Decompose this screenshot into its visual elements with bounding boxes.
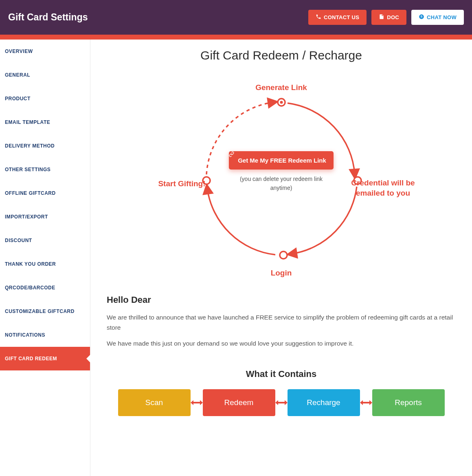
chat-now-button[interactable]: CHAT NOW [411, 10, 464, 25]
diagram-subtext: (you can delete your redeem link anytime… [228, 174, 334, 193]
sidebar-item-discount[interactable]: DISCOUNT [0, 229, 90, 252]
diagram-label-credential: Credential will be emailed to you [347, 178, 420, 198]
hello-heading: Hello Dear [107, 295, 456, 305]
main-content: Gift Card Redeem / Recharge [90, 40, 472, 476]
sidebar-item-thank-you-order[interactable]: THANK YOU ORDER [0, 252, 90, 276]
sidebar: OVERVIEWGENERALPRODUCTEMAIL TEMPLATEDELI… [0, 40, 90, 476]
feature-tile-reports: Reports [372, 389, 445, 416]
sidebar-item-offline-giftcard[interactable]: OFFLINE GIFTCARD [0, 181, 90, 205]
feature-tiles: ScanRedeemRechargeReports [107, 389, 456, 416]
sidebar-item-delivery-method[interactable]: DELIVERY METHOD [0, 134, 90, 158]
main-title: Gift Card Redeem / Recharge [107, 48, 456, 62]
sidebar-item-customizable-giftcard[interactable]: CUSTOMIZABLE GIFTCARD [0, 300, 90, 323]
sidebar-item-overview[interactable]: OVERVIEW [0, 40, 90, 63]
sidebar-item-general[interactable]: GENERAL [0, 63, 90, 87]
diagram-label-login: Login [271, 268, 292, 278]
diagram-label-start: Start Gifting! [149, 179, 215, 189]
sidebar-item-gift-card-redeem[interactable]: GIFT CARD REDEEM [0, 347, 90, 370]
document-icon [379, 14, 384, 21]
get-redeem-link-label: Get Me My FREE Redeem Link [238, 157, 326, 164]
double-arrow-icon [275, 400, 288, 405]
contact-us-label: CONTACT US [324, 14, 359, 20]
feature-tile-scan: Scan [118, 389, 191, 416]
feature-tile-recharge: Recharge [288, 389, 360, 416]
diagram-center: Get Me My FREE Redeem Link (you can dele… [228, 151, 334, 193]
accent-bar [0, 35, 472, 40]
sidebar-item-other-settings[interactable]: OTHER SETTINGS [0, 158, 90, 181]
phone-icon [316, 14, 321, 21]
sidebar-item-qrcode-barcode[interactable]: QRCODE/BARCODE [0, 276, 90, 300]
chat-now-label: CHAT NOW [427, 14, 457, 20]
skype-icon [419, 14, 424, 21]
get-redeem-link-button[interactable]: Get Me My FREE Redeem Link [229, 151, 334, 170]
sidebar-item-notifications[interactable]: NOTIFICATIONS [0, 323, 90, 347]
what-it-contains-heading: What it Contains [107, 369, 456, 379]
contact-us-button[interactable]: CONTACT US [308, 10, 367, 25]
sidebar-item-email-template[interactable]: EMAIL TEMPLATE [0, 110, 90, 134]
double-arrow-icon [360, 400, 372, 405]
feature-tile-redeem: Redeem [203, 389, 275, 416]
page-title: Gift Card Settings [8, 12, 88, 23]
intro-paragraph-1: We are thrilled to announce that we have… [107, 313, 456, 333]
diagram-label-generate: Generate Link [255, 83, 307, 93]
doc-button[interactable]: DOC [371, 10, 406, 25]
header-actions: CONTACT US DOC CHAT NOW [308, 10, 464, 25]
sidebar-item-import-export[interactable]: IMPORT/EXPORT [0, 205, 90, 229]
svg-point-0 [419, 14, 424, 19]
svg-point-4 [280, 251, 287, 259]
svg-point-2 [280, 101, 283, 104]
header: Gift Card Settings CONTACT US DOC CHAT N… [0, 0, 472, 35]
intro-paragraph-2: We have made this just on your demand so… [107, 339, 456, 349]
double-arrow-icon [191, 400, 203, 405]
doc-label: DOC [387, 14, 399, 20]
sidebar-item-product[interactable]: PRODUCT [0, 87, 90, 110]
process-diagram: Generate Link Credential will be emailed… [176, 83, 387, 278]
